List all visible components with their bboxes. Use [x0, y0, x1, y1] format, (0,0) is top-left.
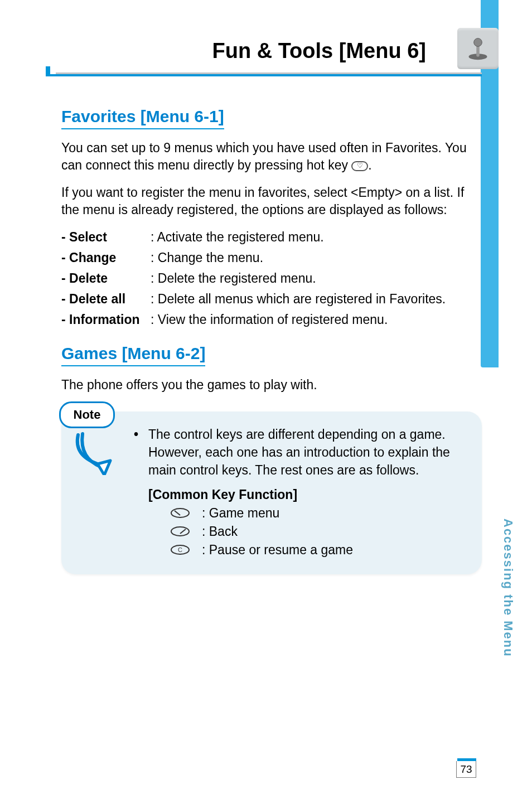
def-term: - Change [61, 249, 151, 267]
joystick-icon [457, 28, 499, 69]
favorites-intro1: You can set up to 9 menus which you have… [61, 139, 482, 174]
svg-point-5 [171, 527, 189, 536]
def-desc: : Activate the registered menu. [151, 229, 482, 246]
svg-line-4 [175, 511, 180, 515]
note-bullet-text: The control keys are different depending… [148, 426, 465, 479]
def-desc: : Delete all menus which are registered … [151, 290, 482, 308]
favorites-heading: Favorites [Menu 6-1] [61, 107, 224, 129]
key-row-back: : Back [167, 524, 465, 539]
left-softkey-icon [167, 507, 193, 519]
right-softkey-icon [167, 526, 193, 537]
favorites-definition-list: - Select : Activate the registered menu.… [61, 229, 482, 328]
def-term: - Delete all [61, 290, 151, 308]
svg-line-6 [180, 529, 186, 534]
hotkey-icon: ♡ [351, 161, 368, 171]
def-term: - Delete [61, 270, 151, 287]
def-row-change: - Change : Change the menu. [61, 249, 482, 267]
bullet-dot: • [134, 426, 148, 479]
svg-text:C: C [178, 546, 182, 553]
def-row-delete-all: - Delete all : Delete all menus which ar… [61, 290, 482, 308]
def-term: - Select [61, 229, 151, 246]
key-desc: : Pause or resume a game [202, 543, 353, 558]
note-arrow-icon [67, 430, 128, 477]
page-title: Fun & Tools [Menu 6] [61, 39, 426, 70]
c-key-icon: C [167, 544, 193, 555]
note-badge: Note [59, 401, 115, 428]
vertical-section-label: Accessing the Menu [501, 519, 515, 657]
def-row-information: - Information : View the information of … [61, 311, 482, 328]
common-key-heading: [Common Key Function] [148, 487, 465, 502]
key-row-pause: C : Pause or resume a game [167, 543, 465, 558]
def-desc: : Change the menu. [151, 249, 482, 267]
def-row-select: - Select : Activate the registered menu. [61, 229, 482, 246]
svg-point-3 [171, 509, 189, 517]
favorites-intro2: If you want to register the menu in favo… [61, 184, 482, 219]
key-desc: : Back [202, 524, 238, 539]
title-underline [61, 70, 482, 76]
games-heading: Games [Menu 6-2] [61, 344, 205, 366]
svg-point-2 [474, 38, 482, 47]
games-intro: The phone offers you the games to play w… [61, 376, 482, 394]
page-number: 73 [456, 761, 476, 778]
def-desc: : Delete the registered menu. [151, 270, 482, 287]
key-desc: : Game menu [202, 506, 279, 521]
key-row-game-menu: : Game menu [167, 506, 465, 521]
note-box: Note • The control keys are different de… [61, 411, 482, 574]
def-desc: : View the information of registered men… [151, 311, 482, 328]
note-bullet: • The control keys are different dependi… [134, 426, 465, 479]
def-term: - Information [61, 311, 151, 328]
def-row-delete: - Delete : Delete the registered menu. [61, 270, 482, 287]
